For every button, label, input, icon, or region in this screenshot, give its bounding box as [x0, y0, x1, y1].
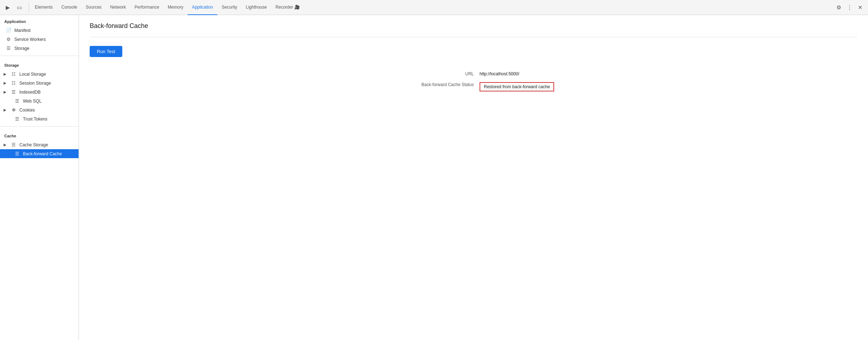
sidebar-item-label: IndexedDB	[19, 90, 41, 95]
sidebar-item-service-workers[interactable]: ⚙ Service Workers	[0, 35, 79, 44]
info-table: URL http://localhost:5000/ Back-forward …	[118, 69, 857, 94]
sidebar-item-back-forward-cache[interactable]: ☰ Back-forward Cache	[0, 149, 79, 158]
sidebar-section-application: Application	[0, 15, 79, 26]
arrow-icon: ▶	[2, 108, 8, 112]
sidebar-divider-1	[0, 56, 79, 56]
main-layout: Application 📄 Manifest ⚙ Service Workers…	[0, 15, 868, 340]
devtools-icons: ▶ ▭	[3, 3, 29, 13]
settings-icon[interactable]: ⚙	[834, 3, 844, 13]
arrow-icon: ▶	[2, 72, 8, 76]
db-icon: ☰	[6, 46, 11, 51]
grid-icon: ☷	[11, 71, 16, 77]
sidebar-item-storage-app[interactable]: ☰ Storage	[0, 44, 79, 53]
cursor-icon[interactable]: ▶	[3, 3, 13, 13]
sidebar-section-cache: Cache	[0, 129, 79, 140]
tab-lighthouse[interactable]: Lighthouse	[241, 0, 271, 15]
tab-performance[interactable]: Performance	[130, 0, 164, 15]
sidebar-item-cache-storage[interactable]: ▶ ☰ Cache Storage	[0, 140, 79, 149]
tab-bar: ▶ ▭ Elements Console Sources Network Per…	[0, 0, 868, 15]
tab-console[interactable]: Console	[57, 0, 81, 15]
sidebar-item-label: Back-forward Cache	[23, 151, 62, 156]
sidebar-item-indexed-db[interactable]: ▶ ☰ IndexedDB	[0, 88, 79, 96]
sidebar-item-label: Cookies	[19, 108, 35, 113]
device-icon[interactable]: ▭	[14, 3, 24, 13]
close-icon[interactable]: ✕	[855, 3, 865, 13]
cookie-icon: ✻	[11, 107, 16, 113]
db-icon: ☰	[11, 89, 16, 95]
arrow-icon: ▶	[2, 90, 8, 94]
tab-elements[interactable]: Elements	[30, 0, 57, 15]
gear-icon: ⚙	[6, 37, 11, 42]
db-icon: ☰	[14, 151, 20, 156]
url-label: URL	[118, 69, 480, 79]
tab-sources[interactable]: Sources	[81, 0, 106, 15]
sidebar-divider-2	[0, 126, 79, 127]
content-area: Back-forward Cache Run Test URL http://l…	[79, 15, 868, 340]
tab-recorder[interactable]: Recorder 🎥	[271, 0, 304, 15]
url-value: http://localhost:5000/	[480, 69, 857, 79]
tab-application[interactable]: Application	[188, 0, 217, 15]
arrow-icon: ▶	[2, 143, 8, 147]
sidebar-item-manifest[interactable]: 📄 Manifest	[0, 26, 79, 35]
content-divider	[90, 37, 857, 37]
sidebar-item-local-storage[interactable]: ▶ ☷ Local Storage	[0, 70, 79, 79]
db-icon: ☰	[11, 142, 16, 147]
tab-memory[interactable]: Memory	[164, 0, 188, 15]
sidebar-item-cookies[interactable]: ▶ ✻ Cookies	[0, 105, 79, 114]
sidebar-item-label: Session Storage	[19, 81, 51, 86]
status-box: Restored from back-forward cache	[480, 82, 554, 91]
tab-bar-actions: ⚙ ⋮ ✕	[834, 3, 865, 13]
sidebar-section-storage: Storage	[0, 59, 79, 70]
arrow-icon: ▶	[2, 81, 8, 85]
sidebar-item-label: Local Storage	[19, 72, 46, 77]
sidebar-item-label: Storage	[14, 46, 29, 51]
run-test-button[interactable]: Run Test	[90, 46, 122, 57]
grid-icon: ☷	[11, 80, 16, 86]
sidebar-item-web-sql[interactable]: ☰ Web SQL	[0, 96, 79, 105]
tab-security[interactable]: Security	[217, 0, 241, 15]
status-label: Back-forward Cache Status	[118, 79, 480, 94]
sidebar-item-label: Service Workers	[14, 37, 46, 42]
sidebar-item-label: Trust Tokens	[23, 117, 47, 122]
sidebar-item-label: Manifest	[14, 28, 30, 33]
sidebar-item-session-storage[interactable]: ▶ ☷ Session Storage	[0, 79, 79, 88]
sidebar: Application 📄 Manifest ⚙ Service Workers…	[0, 15, 79, 340]
sidebar-item-label: Cache Storage	[19, 142, 48, 147]
db-icon: ☰	[14, 116, 20, 122]
doc-icon: 📄	[6, 28, 11, 33]
more-icon[interactable]: ⋮	[844, 3, 854, 13]
db-icon: ☰	[14, 98, 20, 104]
tab-network[interactable]: Network	[106, 0, 130, 15]
sidebar-item-trust-tokens[interactable]: ☰ Trust Tokens	[0, 114, 79, 123]
sidebar-item-label: Web SQL	[23, 99, 42, 104]
status-value: Restored from back-forward cache	[480, 79, 857, 94]
page-title: Back-forward Cache	[90, 22, 857, 30]
